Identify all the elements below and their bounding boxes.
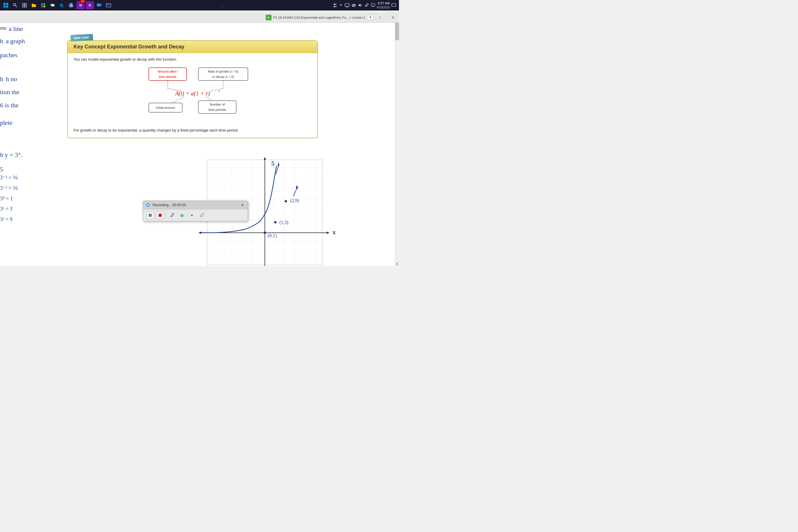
svg-line-32 xyxy=(366,5,367,6)
note-graph-label: h y = 3ˣ. xyxy=(0,151,22,159)
breadcrumb-icon: N xyxy=(266,15,271,20)
take-note-badge: take note xyxy=(70,34,93,41)
left-notes: ote a line h a graph paches h h no tion … xyxy=(0,23,64,266)
svg-marker-63 xyxy=(198,232,201,234)
display-icon[interactable] xyxy=(371,3,375,7)
camera-icon-button[interactable] xyxy=(178,211,186,219)
note-line1: a line xyxy=(9,25,23,33)
svg-rect-20 xyxy=(97,3,100,6)
taskbar-system-icons xyxy=(333,3,375,7)
note-line4: h no xyxy=(6,75,17,83)
onenote-icon[interactable]: N xyxy=(86,1,94,10)
note-3-0: 3⁰ = 1 xyxy=(0,195,13,202)
windows-icon[interactable] xyxy=(2,1,10,10)
scroll-down-arrow[interactable]: ▼ xyxy=(395,262,399,266)
edge-icon[interactable] xyxy=(58,1,66,10)
control-separator xyxy=(166,212,166,218)
svg-line-5 xyxy=(16,6,17,7)
note-3-neg2: 3⁻² = ⅑ xyxy=(0,174,18,181)
svg-rect-7 xyxy=(25,3,26,5)
svg-rect-80 xyxy=(159,214,162,217)
svg-point-68 xyxy=(264,232,266,234)
stop-icon xyxy=(158,213,162,217)
chrome-icon[interactable] xyxy=(67,1,75,10)
note-superscript-3: 5 xyxy=(0,166,3,173)
svg-point-72 xyxy=(285,200,287,203)
note-3-1: 3¹ = 3 xyxy=(0,206,13,212)
task-view-icon[interactable] xyxy=(20,1,28,10)
notification-icon[interactable] xyxy=(392,3,396,7)
svg-rect-13 xyxy=(43,5,45,7)
svg-rect-11 xyxy=(43,3,45,5)
svg-rect-9 xyxy=(25,5,26,7)
svg-marker-62 xyxy=(264,157,266,160)
note-line2: a graph xyxy=(6,37,25,45)
svg-text:(2,9): (2,9) xyxy=(290,198,299,203)
svg-rect-26 xyxy=(345,3,349,6)
note-line6: 6 is the xyxy=(0,101,19,109)
svg-rect-3 xyxy=(6,5,8,7)
expand-button[interactable]: ⤢ xyxy=(376,12,384,23)
svg-text:(0,1): (0,1) xyxy=(268,233,277,238)
recording-bar: Recording... 00:00:00 ✕ xyxy=(143,201,248,221)
weather-icon[interactable] xyxy=(49,1,57,10)
svg-rect-1 xyxy=(6,3,8,5)
window-titlebar: N P1 18-19 AA2 U10 Exponential and Logar… xyxy=(0,12,399,23)
chevron-down-icon[interactable] xyxy=(340,3,342,7)
svg-rect-34 xyxy=(372,6,374,7)
pen-tool-button[interactable] xyxy=(168,211,176,219)
stop-button[interactable] xyxy=(156,211,164,219)
pen-tool-icon xyxy=(170,213,174,218)
note-3-neg1: 3⁻¹ = ⅓ xyxy=(0,185,18,191)
recording-controls: • xyxy=(143,209,248,221)
cloud-icon[interactable] xyxy=(352,3,356,7)
formula-diagram-svg: Amount after t time periods Rate of grow… xyxy=(119,66,265,125)
titlebar-content: N P1 18-19 AA2 U10 Exponential and Logar… xyxy=(0,12,387,23)
scrollbar[interactable]: ▲ ▼ xyxy=(395,23,399,266)
recording-title-bar: Recording... 00:00:00 ✕ xyxy=(143,201,248,209)
web-icon[interactable]: ●●● xyxy=(104,1,113,10)
taskbar-dots: ... xyxy=(114,3,333,8)
people-icon[interactable] xyxy=(333,3,337,7)
note-line7: plete xyxy=(0,119,13,127)
content-area: ote a line h a graph paches h h no tion … xyxy=(0,23,395,266)
breadcrumb-text: P1 18-19 AA2 U10 Exponential and Logarit… xyxy=(273,16,365,19)
search-taskbar-icon[interactable] xyxy=(11,1,19,10)
svg-text:Number of: Number of xyxy=(210,103,225,106)
onenote-app-icon[interactable]: N 99+ xyxy=(76,1,84,10)
explorer-icon[interactable] xyxy=(30,1,38,10)
svg-text:●●●: ●●● xyxy=(107,3,109,5)
recording-status-text: Recording... 00:00:00 xyxy=(153,203,186,207)
pencil-icon xyxy=(200,213,204,217)
zoom-icon[interactable] xyxy=(95,1,103,10)
svg-rect-6 xyxy=(22,3,24,5)
pen-icon[interactable] xyxy=(365,3,369,7)
svg-line-50 xyxy=(172,97,184,103)
store-icon[interactable] xyxy=(39,1,47,10)
key-concept-box: take note Key Concept Exponential Growth… xyxy=(67,40,318,138)
note-line5: tion the xyxy=(0,88,20,96)
svg-rect-12 xyxy=(41,5,43,7)
recording-close-button[interactable]: ✕ xyxy=(240,202,245,208)
svg-point-24 xyxy=(334,3,335,5)
windows-display-icon[interactable] xyxy=(345,3,349,7)
recording-camera-icon xyxy=(146,203,150,207)
svg-rect-78 xyxy=(149,214,150,217)
svg-text:t: t xyxy=(219,88,220,93)
svg-point-77 xyxy=(147,204,149,206)
pencil-icon-button[interactable] xyxy=(198,211,206,219)
lesson-dropdown[interactable]: ▼ xyxy=(367,15,374,20)
scroll-thumb[interactable] xyxy=(395,23,399,40)
note-ote: ote xyxy=(0,25,6,31)
svg-text:Rate of growth (r > 0): Rate of growth (r > 0) xyxy=(208,70,238,73)
svg-rect-79 xyxy=(151,214,151,217)
svg-point-19 xyxy=(71,5,72,6)
pause-button[interactable] xyxy=(146,211,154,219)
key-concept-content: You can model exponential growth or deca… xyxy=(68,53,317,138)
pause-icon xyxy=(149,213,152,217)
note-3-2: 3² = 9 xyxy=(0,216,13,223)
taskbar: N 99+ N ●●● ... xyxy=(0,0,399,11)
volume-icon[interactable] xyxy=(358,3,362,7)
svg-text:N: N xyxy=(267,16,269,19)
window-close-button[interactable]: ✕ xyxy=(387,12,399,23)
